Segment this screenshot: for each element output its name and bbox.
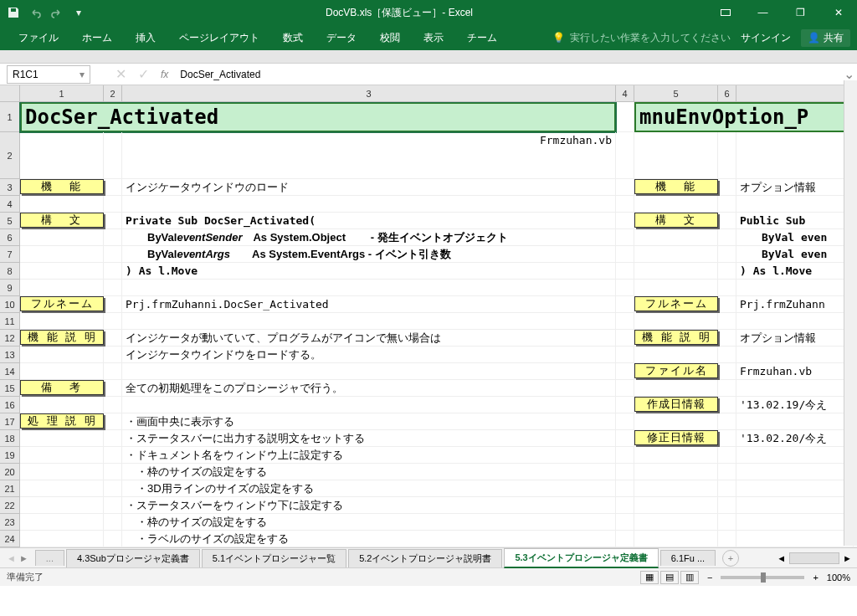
vertical-scrollbar[interactable] [844, 80, 857, 546]
cell[interactable] [718, 229, 736, 245]
cell[interactable] [104, 196, 122, 212]
row-header[interactable]: 15 [0, 380, 19, 397]
cell[interactable] [736, 313, 854, 329]
cell[interactable]: ・枠のサイズの設定をする [122, 514, 616, 530]
share-button[interactable]: 👤 共有 [801, 29, 850, 47]
row-header[interactable]: 23 [0, 514, 19, 531]
cell[interactable] [736, 480, 854, 496]
cell[interactable] [616, 464, 634, 480]
cell[interactable] [616, 346, 634, 362]
view-pagelayout-button[interactable]: ▤ [660, 571, 679, 584]
row-header[interactable]: 21 [0, 480, 19, 497]
cell[interactable] [20, 246, 104, 262]
tab-file[interactable]: ファイル [7, 25, 70, 50]
cell[interactable] [104, 132, 122, 178]
cell[interactable] [104, 380, 122, 396]
row-header[interactable]: 24 [0, 531, 19, 547]
tab-formulas[interactable]: 数式 [271, 25, 315, 50]
cell[interactable]: Prj.frmZuhann [736, 296, 854, 312]
cell[interactable]: ・ステータスバーに出力する説明文をセットする [122, 430, 616, 446]
view-normal-button[interactable]: ▦ [640, 571, 659, 584]
cell[interactable] [634, 464, 718, 480]
cell[interactable] [736, 464, 854, 480]
cell[interactable] [634, 413, 718, 429]
cell[interactable] [104, 229, 122, 245]
save-icon[interactable] [7, 6, 20, 19]
cell[interactable] [104, 213, 122, 228]
cell[interactable] [736, 380, 854, 396]
cell[interactable] [736, 447, 854, 463]
cell[interactable] [104, 263, 122, 279]
name-box[interactable]: R1C1 ▾ [7, 65, 90, 84]
formula-bar[interactable]: DocSer_Activated [168, 69, 840, 80]
col-header[interactable] [736, 85, 857, 101]
cell[interactable] [736, 514, 854, 530]
sheet-tab[interactable]: 4.3Subプロシージャ定義書 [66, 549, 200, 567]
cell[interactable] [20, 132, 104, 178]
select-all[interactable] [0, 85, 20, 101]
cell[interactable] [736, 346, 854, 362]
scroll-left-icon[interactable]: ◄ [777, 553, 786, 563]
restore-button[interactable]: ❐ [782, 0, 819, 25]
cell[interactable] [634, 447, 718, 463]
cell[interactable] [718, 213, 736, 228]
col-header[interactable]: 5 [634, 85, 718, 101]
close-button[interactable]: ✕ [819, 0, 857, 25]
cell[interactable]: '13.02.19/今え [736, 397, 854, 413]
cell[interactable] [104, 430, 122, 446]
cell[interactable] [634, 380, 718, 396]
sheet-tab-overflow[interactable]: ... [35, 550, 64, 566]
cell[interactable] [104, 464, 122, 480]
cell-label[interactable]: 機 能 説 明 [634, 330, 718, 345]
cell[interactable]: ByVal even [736, 246, 854, 262]
zoom-level[interactable]: 100% [827, 572, 850, 583]
cell[interactable] [718, 132, 736, 178]
cell[interactable] [20, 497, 104, 513]
cell[interactable]: ByVal eventSender As System.Object - 発生イ… [122, 229, 616, 245]
cell[interactable] [616, 397, 634, 413]
cell-label[interactable]: 備 考 [20, 380, 104, 395]
cell[interactable] [104, 179, 122, 195]
row-header[interactable]: 4 [0, 196, 19, 213]
cell[interactable] [122, 313, 616, 329]
cell[interactable] [104, 280, 122, 295]
cell[interactable] [616, 514, 634, 530]
sheet-tab[interactable]: 5.1イベントプロシージャー覧 [202, 549, 346, 567]
cell[interactable] [634, 480, 718, 496]
cell[interactable] [616, 246, 634, 262]
cell[interactable] [616, 102, 634, 131]
cell[interactable] [718, 413, 736, 429]
cell-grid[interactable]: DocSer_Activated mnuEnvOption_P Frmzuhan… [20, 102, 857, 547]
cell[interactable] [736, 196, 854, 212]
row-header[interactable]: 16 [0, 397, 19, 413]
cell[interactable] [616, 447, 634, 463]
tab-insert[interactable]: 挿入 [124, 25, 167, 50]
row-header[interactable]: 17 [0, 413, 19, 430]
signin-link[interactable]: サインイン [741, 31, 791, 45]
row-header[interactable]: 19 [0, 447, 19, 464]
cell-label[interactable]: ファイル名 [634, 363, 718, 378]
ribbon-display-button[interactable] [706, 0, 744, 25]
cell[interactable] [634, 313, 718, 329]
cell-label[interactable]: 構 文 [634, 213, 718, 228]
cell[interactable] [122, 196, 616, 212]
cell[interactable] [616, 213, 634, 228]
cell[interactable] [718, 246, 736, 262]
row-header[interactable]: 14 [0, 363, 19, 380]
zoom-out-button[interactable]: − [707, 572, 712, 583]
cell[interactable] [616, 497, 634, 513]
cell[interactable] [104, 363, 122, 379]
cell-label[interactable]: 処 理 説 明 [20, 413, 104, 429]
cell[interactable]: オプション情報 [736, 330, 854, 346]
cell[interactable]: ByVal eventArgs As System.EventArgs - イベ… [122, 246, 616, 262]
cell[interactable] [104, 447, 122, 463]
new-sheet-button[interactable]: + [722, 550, 739, 567]
tab-team[interactable]: チーム [455, 25, 509, 50]
cell[interactable]: ・ステータスバーをウィンドウ下に設定する [122, 497, 616, 513]
cell[interactable]: DocSer_Activated [20, 102, 616, 132]
cell-label[interactable]: フルネーム [20, 296, 104, 311]
cell[interactable] [718, 296, 736, 312]
sheet-nav-next-icon[interactable]: ► [19, 553, 28, 563]
cell[interactable] [634, 346, 718, 362]
cell[interactable] [20, 196, 104, 212]
